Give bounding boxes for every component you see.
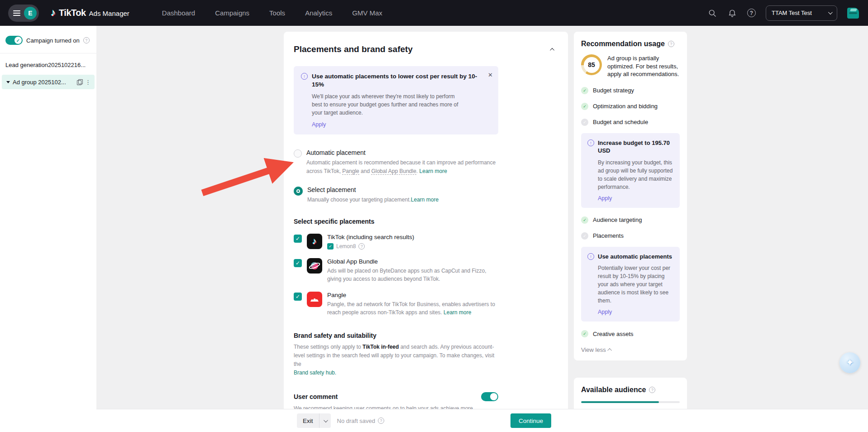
lemon8-label: Lemon8: [336, 243, 356, 250]
rec-item-budget-strategy[interactable]: ✓ Budget strategy: [581, 87, 680, 94]
automatic-placement-label[interactable]: Automatic placement: [306, 149, 498, 156]
select-placement-label[interactable]: Select placement: [307, 186, 439, 193]
brand-safety-hub-link[interactable]: Brand safety hub.: [294, 370, 336, 376]
pangle-term[interactable]: Pangle: [342, 168, 359, 175]
rec-item-placements[interactable]: ✓ Placements: [581, 232, 680, 240]
auto-placements-banner: ↑ Use automatic placements to lower cost…: [294, 66, 498, 134]
campaign-toggle-help-icon[interactable]: ?: [83, 37, 90, 43]
pending-circle-icon: ✓: [581, 119, 588, 126]
recommendation-usage-title: Recommendation usage: [581, 40, 665, 48]
tiktok-placement-label: TikTok (including search results): [327, 234, 498, 240]
automatic-placement-radio[interactable]: [294, 149, 302, 158]
chevron-up-icon: [607, 348, 612, 353]
tiktok-app-icon: ♪: [307, 234, 322, 249]
collapse-section-icon[interactable]: [550, 48, 554, 52]
gab-term[interactable]: Global App Bundle: [371, 168, 416, 175]
sidebar-campaign-name[interactable]: Lead generation2025102216...: [0, 53, 96, 75]
nav-item-dashboard[interactable]: Dashboard: [162, 9, 195, 17]
help-icon[interactable]: ?: [747, 9, 756, 17]
select-placement-radio[interactable]: [294, 187, 303, 196]
boost-icon: ↑: [301, 73, 308, 80]
rec-item-label: Budget strategy: [593, 87, 634, 94]
select-specific-placements-title: Select specific placements: [294, 218, 498, 225]
rec-item-audience-targeting[interactable]: ✓ Audience targeting: [581, 216, 680, 224]
nav-item-gmv-max[interactable]: GMV Max: [352, 9, 382, 17]
hamburger-icon[interactable]: [13, 10, 20, 16]
suggestion-body: By increasing your budget, this ad group…: [598, 158, 674, 191]
nav-item-tools[interactable]: Tools: [269, 9, 285, 17]
increase-budget-apply-link[interactable]: Apply: [598, 195, 612, 202]
rec-item-label: Placements: [593, 232, 624, 239]
tiktok-ads-manager-logo[interactable]: ♪ TikTok Ads Manager: [51, 8, 129, 18]
automatic-learn-more-link[interactable]: Learn more: [420, 168, 447, 174]
campaign-on-toggle[interactable]: ✓: [5, 36, 23, 45]
view-less-link[interactable]: View less: [581, 346, 680, 353]
gab-checkbox[interactable]: ✓: [294, 259, 302, 267]
brand-safety-body: These settings only apply to TikTok in-f…: [294, 343, 498, 378]
placement-pangle-row: ✓ Pangle Pangle, the ad network for TikT…: [294, 292, 498, 317]
pangle-placement-desc: Pangle, the ad network for TikTok for Bu…: [327, 300, 498, 317]
exit-button-label[interactable]: Exit: [297, 418, 319, 424]
auto-desc-dot: .: [416, 168, 420, 174]
notifications-bell-icon[interactable]: [727, 8, 737, 18]
recommendation-usage-card: Recommendation usage ? 85 Ad group is pa…: [574, 32, 687, 360]
automatic-placement-desc: Automatic placement is recommended becau…: [306, 158, 498, 175]
suggestion-title: Increase budget to 195.70 USD: [598, 139, 674, 155]
recommendation-help-icon[interactable]: ?: [668, 41, 674, 47]
pangle-placement-label: Pangle: [327, 292, 498, 298]
user-avatar[interactable]: E: [24, 7, 37, 19]
rec-item-optimization-bidding[interactable]: ✓ Optimization and bidding: [581, 103, 680, 110]
auto-placements-apply-link[interactable]: Apply: [598, 309, 612, 315]
draft-help-icon[interactable]: ?: [378, 418, 384, 424]
rec-item-creative-assets[interactable]: ✓ Creative assets: [581, 330, 680, 337]
recommendation-summary: Ad group is partially optimized. For bes…: [607, 54, 680, 78]
select-learn-more-link[interactable]: Learn more: [411, 197, 439, 203]
rec-item-budget-schedule[interactable]: ✓ Budget and schedule: [581, 119, 680, 126]
copy-icon[interactable]: [77, 79, 82, 85]
pangle-app-icon: [307, 292, 322, 307]
pangle-learn-more-link[interactable]: Learn more: [444, 309, 471, 316]
lemon8-checkbox[interactable]: ✓: [327, 243, 334, 250]
close-icon[interactable]: ✕: [488, 72, 493, 78]
user-comment-toggle[interactable]: [481, 392, 498, 401]
assistant-widget-button[interactable]: ✦: [839, 352, 860, 373]
user-comment-desc: We recommend keeping user comments on to…: [294, 404, 498, 409]
kebab-menu-icon[interactable]: ⋮: [85, 79, 91, 86]
brand-suffix: Ads Manager: [89, 10, 129, 17]
boost-icon: ↑: [587, 253, 594, 260]
banner-apply-link[interactable]: Apply: [312, 121, 326, 128]
continue-button[interactable]: Continue: [510, 413, 551, 428]
primary-nav: Dashboard Campaigns Tools Analytics GMV …: [162, 9, 382, 17]
tiktok-checkbox[interactable]: ✓: [294, 235, 302, 243]
right-panel: Recommendation usage ? 85 Ad group is pa…: [574, 32, 687, 432]
check-circle-icon: ✓: [581, 330, 588, 337]
nav-item-campaigns[interactable]: Campaigns: [215, 9, 249, 17]
banner-title: Use automatic placements to lower cost p…: [312, 72, 481, 88]
select-placement-option: Select placement Manually choose your ta…: [294, 186, 498, 204]
available-audience-title: Available audience: [581, 386, 646, 394]
caret-down-icon[interactable]: [6, 81, 10, 83]
placement-tiktok-row: ✓ ♪ TikTok (including search results) ✓ …: [294, 234, 498, 250]
nav-item-analytics[interactable]: Analytics: [305, 9, 332, 17]
placements-settings-card: Placements and brand safety ↑ Use automa…: [284, 32, 568, 409]
rec-item-label: Budget and schedule: [593, 119, 648, 125]
sidebar-adgroup-item[interactable]: Ad group 2025102... ⋮: [2, 75, 95, 89]
placement-gab-row: ✓ Global App Bundle Ads will be placed o…: [294, 258, 498, 283]
lemon8-help-icon[interactable]: ?: [358, 243, 365, 250]
exit-split-button[interactable]: Exit: [297, 413, 331, 428]
pangle-checkbox[interactable]: ✓: [294, 293, 302, 301]
account-avatar-icon[interactable]: [847, 8, 859, 19]
increase-budget-suggestion-card: ↑ Increase budget to 195.70 USD By incre…: [581, 133, 680, 208]
search-icon[interactable]: [707, 8, 717, 18]
select-placement-desc: Manually choose your targeting placement…: [307, 196, 439, 204]
user-comment-text: We recommend keeping user comments on to…: [294, 405, 490, 409]
sparkle-icon: ✦: [846, 357, 854, 369]
bs-bold-term: TikTok in-feed: [362, 344, 399, 350]
rec-item-label: Optimization and bidding: [593, 103, 658, 110]
account-selector-dropdown[interactable]: TTAM Test Test: [766, 5, 837, 21]
suggestion-body: Potentially lower your cost per result b…: [598, 264, 674, 305]
nav-menu-pill[interactable]: E: [8, 5, 39, 22]
bs-text-1: These settings only apply to: [294, 344, 362, 350]
exit-dropdown-chevron[interactable]: [320, 419, 331, 422]
audience-help-icon[interactable]: ?: [649, 387, 655, 393]
